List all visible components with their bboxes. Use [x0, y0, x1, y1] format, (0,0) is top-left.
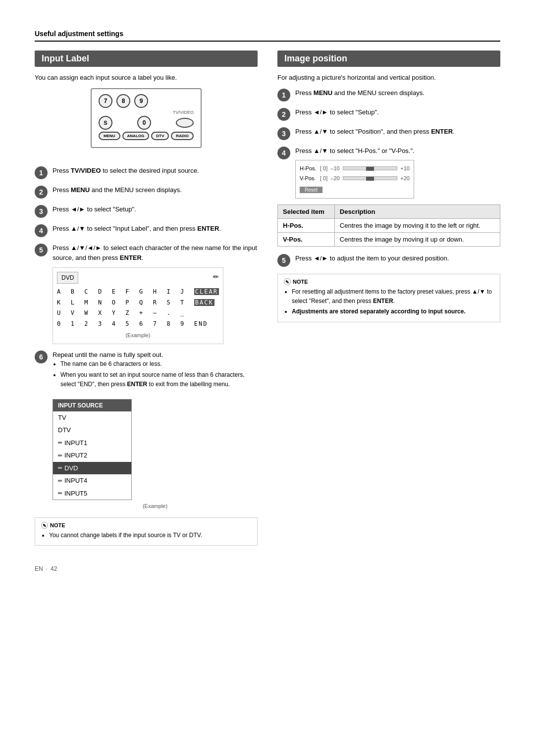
img-note-bullet-1: For resetting all adjustment items to th… — [292, 287, 494, 306]
step-num-3: 3 — [35, 205, 48, 218]
btn-menu: MENU — [99, 132, 120, 140]
bullet-1: The name can be 6 characters or less. — [60, 359, 258, 369]
img-step-4: 4 Press ▲/▼ to select "H-Pos." or "V-Pos… — [277, 146, 500, 199]
char-row-3: U V W X Y Z + – . _ — [57, 308, 219, 319]
footer-page: 42 — [51, 565, 57, 572]
input-label-intro: You can assign each input source a label… — [35, 74, 258, 81]
btn-8: 8 — [116, 94, 130, 108]
hpos-max: +10 — [400, 164, 410, 173]
step-6-content: Repeat until the name is fully spelt out… — [53, 350, 258, 510]
hv-pos-display: H-Pos. [ 0] –10 +10 V-Pos. [ 0] –20 — [295, 160, 414, 199]
note-bullet-1: You cannot change labels if the input so… — [49, 531, 251, 540]
table-row-hpos: H-Pos. Centres the image by moving it to… — [278, 219, 500, 233]
step-5-content: Press ▲/▼/◄/► to select each character o… — [53, 243, 258, 344]
hpos-label: H-Pos. — [300, 164, 317, 173]
dvd-label: DVD — [57, 272, 78, 284]
vpos-indicator — [366, 177, 374, 181]
step-num-2: 2 — [35, 186, 48, 199]
menu-item-input4: ✏ INPUT4 — [53, 474, 131, 487]
hpos-min: –10 — [330, 164, 339, 173]
img-step-2-content: Press ◄/► to select "Setup". — [295, 107, 500, 117]
img-step-4-content: Press ▲/▼ to select "H-Pos." or "V-Pos."… — [295, 146, 500, 199]
btn-s: S — [99, 116, 112, 130]
note-title: ✎ NOTE — [41, 522, 251, 529]
image-position-title: Image position — [277, 50, 500, 67]
image-position-intro: For adjusting a picture's horizontal and… — [277, 74, 500, 81]
btn-7: 7 — [99, 94, 112, 108]
btn-0: 0 — [137, 116, 151, 130]
img-step-num-2: 2 — [277, 108, 290, 121]
table-cell-vpos-item: V-Pos. — [278, 233, 335, 247]
img-step-5-content: Press ◄/► to adjust the item to your des… — [295, 253, 500, 263]
hpos-val: [ 0] — [320, 164, 327, 173]
vpos-row: V-Pos. [ 0] –20 +20 — [300, 174, 410, 183]
table-row-vpos: V-Pos. Centres the image by moving it up… — [278, 233, 500, 247]
hpos-indicator — [366, 167, 374, 171]
btn-oval — [176, 118, 194, 128]
hpos-row: H-Pos. [ 0] –10 +10 — [300, 164, 410, 173]
note-icon: ✎ — [41, 522, 48, 529]
menu-item-input5: ✏ INPUT5 — [53, 487, 131, 500]
table-header-desc: Description — [334, 205, 500, 219]
input-label-title: Input Label — [35, 50, 258, 67]
menu-item-input1: ✏ INPUT1 — [53, 437, 131, 450]
step-6: 6 Repeat until the name is fully spelt o… — [35, 350, 258, 510]
table-cell-vpos-desc: Centres the image by moving it up or dow… — [334, 233, 500, 247]
char-row-1: A B C D E F G H I J CLEAR — [57, 287, 219, 298]
char-grid: ✏ DVD A B C D E F G H I J CLEAR K L M N … — [53, 267, 223, 344]
img-step-2: 2 Press ◄/► to select "Setup". — [277, 107, 500, 121]
menu-item-input2: ✏ INPUT2 — [53, 449, 131, 462]
step-2-content: Press MENU and the MENU screen displays. — [53, 185, 258, 195]
img-step-3: 3 Press ▲/▼ to select "Position", and th… — [277, 127, 500, 140]
input-label-section: Input Label You can assign each input so… — [35, 50, 258, 546]
img-step-num-1: 1 — [277, 89, 290, 101]
reset-button[interactable]: Reset — [300, 187, 322, 193]
img-note-bullet-2: Adjustments are stored separately accord… — [292, 307, 494, 316]
step-num-4: 4 — [35, 224, 48, 237]
step-num-6: 6 — [35, 351, 48, 363]
step-6-bullets: The name can be 6 characters or less. Wh… — [53, 359, 258, 389]
description-table: Selected item Description H-Pos. Centres… — [277, 204, 500, 247]
menu-item-tv: TV — [53, 411, 131, 424]
char-example: (Example) — [57, 331, 219, 340]
vpos-val: [ 0] — [320, 174, 327, 183]
img-step-3-content: Press ▲/▼ to select "Position", and then… — [295, 127, 500, 137]
pencil-icon: ✏ — [213, 272, 219, 282]
img-step-num-3: 3 — [277, 127, 290, 140]
table-cell-hpos-desc: Centres the image by moving it to the le… — [334, 219, 500, 233]
input-source-menu: INPUT SOURCE TV DTV ✏ INPUT1 ✏ INPUT2 ✏ … — [53, 399, 132, 501]
img-step-num-5: 5 — [277, 254, 290, 267]
vpos-track — [343, 176, 398, 180]
img-note-icon: ✎ — [284, 278, 291, 285]
btn-radio: RADIO — [171, 132, 194, 140]
input-label-note: ✎ NOTE You cannot change labels if the i… — [35, 517, 258, 546]
img-step-num-4: 4 — [277, 147, 290, 159]
img-note-title: ✎ NOTE — [284, 278, 494, 285]
step-num-5: 5 — [35, 244, 48, 256]
tv-video-label: TV/VIDEO — [99, 110, 194, 115]
menu-item-dvd: ✏ DVD — [53, 462, 131, 475]
step-4-content: Press ▲/▼ to select "Input Label", and t… — [53, 224, 258, 234]
image-position-section: Image position For adjusting a picture's… — [277, 50, 500, 546]
note-bullets: You cannot change labels if the input so… — [41, 531, 251, 540]
page-footer: EN · 42 — [35, 565, 500, 572]
img-note-bullets: For resetting all adjustment items to th… — [284, 287, 494, 317]
btn-9: 9 — [134, 94, 148, 108]
btn-dtv: DTV — [151, 132, 169, 140]
footer-en: EN — [35, 565, 43, 572]
table-cell-hpos-item: H-Pos. — [278, 219, 335, 233]
step-4: 4 Press ▲/▼ to select "Input Label", and… — [35, 224, 258, 237]
remote-illustration: 7 8 9 TV/VIDEO S 0 MENU ANALOG DTV RADIO — [91, 88, 202, 148]
vpos-label: V-Pos. — [300, 174, 317, 183]
char-row-2: K L M N O P Q R S T BACK — [57, 298, 219, 308]
vpos-max: +20 — [400, 174, 410, 183]
step-5: 5 Press ▲/▼/◄/► to select each character… — [35, 243, 258, 344]
img-step-1-content: Press MENU and the MENU screen displays. — [295, 88, 500, 98]
step-1: 1 Press TV/VIDEO to select the desired i… — [35, 166, 258, 179]
section-title: Useful adjustment settings — [35, 30, 500, 38]
vpos-min: –20 — [330, 174, 339, 183]
section-header: Useful adjustment settings — [35, 30, 500, 42]
bullet-2: When you want to set an input source nam… — [60, 370, 258, 389]
hpos-track — [343, 166, 398, 170]
step-2: 2 Press MENU and the MENU screen display… — [35, 185, 258, 199]
